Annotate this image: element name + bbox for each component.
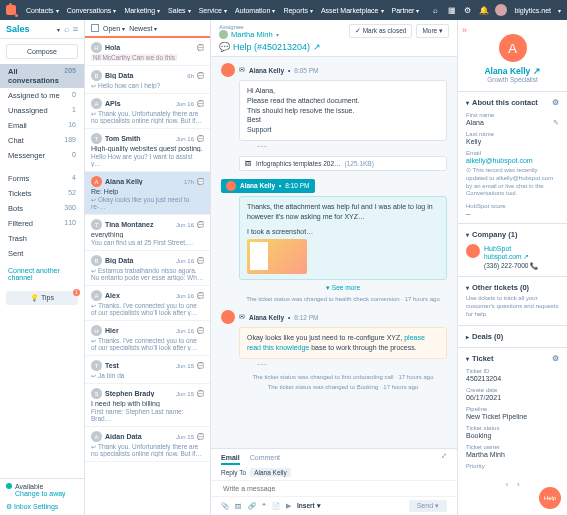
ticket-section-toggle[interactable]: ▾Ticket ⚙ — [466, 354, 559, 363]
sidebar-email[interactable]: Email16 — [0, 118, 84, 133]
prev-ticket[interactable]: ‹ — [505, 480, 508, 489]
conversation-item[interactable]: TTina MontanezJun 16 💬everythingYou can … — [85, 215, 210, 251]
company-site[interactable]: hubspot.com ↗ — [484, 253, 538, 261]
mark-closed-button[interactable]: ✓ Mark as closed — [349, 24, 413, 38]
sidebar-trash[interactable]: Trash — [0, 231, 84, 246]
inbox-settings[interactable]: ⚙ Inbox Settings — [6, 503, 78, 511]
email-link[interactable]: alkelly@hubspot.com — [466, 157, 559, 164]
availability-status[interactable]: Available — [6, 483, 78, 490]
nav-service[interactable]: Service▾ — [199, 7, 227, 14]
search-icon[interactable]: ⌕ — [64, 24, 69, 34]
insert-menu[interactable]: Insert ▾ — [297, 502, 321, 510]
next-ticket[interactable]: › — [517, 480, 520, 489]
compose-tab-email[interactable]: Email — [221, 452, 240, 465]
company-name[interactable]: HubSpot — [484, 245, 538, 252]
conv-avatar: T — [91, 133, 102, 144]
account-domain[interactable]: biglytics.net — [514, 7, 551, 14]
about-section-toggle[interactable]: ▾About this contact ⚙ — [466, 98, 559, 107]
conversation-item[interactable]: BBig Data6h 💬↩Hello how can I help? — [85, 66, 210, 94]
expand-composer-icon[interactable]: ⤢ — [441, 452, 447, 465]
sidebar-bots[interactable]: Bots360 — [0, 201, 84, 216]
sidebar-filtered[interactable]: Filtered110 — [0, 216, 84, 231]
more-button[interactable]: More ▾ — [416, 24, 449, 38]
see-more-link[interactable]: ▾ See more — [239, 284, 447, 292]
change-to-away[interactable]: Change to away — [15, 490, 78, 497]
sidebar-unassigned[interactable]: Unassigned1 — [0, 103, 84, 118]
compose-tab-comment[interactable]: Comment — [250, 452, 280, 465]
sort-newest[interactable]: Newest▾ — [129, 25, 157, 32]
sidebar-tickets[interactable]: Tickets52 — [0, 186, 84, 201]
conv-date: 17h — [184, 179, 194, 185]
conversation-item[interactable]: TTestJun 15 💬↩Ja bin da — [85, 356, 210, 384]
conversation-item[interactable]: HHola 💬Nil McCarthy Can we do this — [85, 38, 210, 66]
sidebar-all-conversations[interactable]: All conversations205 — [0, 64, 84, 88]
help-fab[interactable]: Help — [539, 487, 561, 509]
search-icon[interactable]: ⌕ — [431, 6, 440, 15]
sidebar-assigned[interactable]: Assigned to me0 — [0, 88, 84, 103]
compose-button[interactable]: Compose — [6, 44, 78, 59]
video-tool-icon[interactable]: ▶ — [286, 502, 291, 510]
company-phone[interactable]: (336) 222-7000 📞 — [484, 262, 538, 270]
user-avatar[interactable] — [495, 4, 507, 16]
conversation-item[interactable]: SStephen BradyJun 15 💬I need help with b… — [85, 384, 210, 427]
sidebar-messenger[interactable]: Messenger0 — [0, 148, 84, 163]
snippet-tool-icon[interactable]: ❝ — [262, 502, 266, 510]
conversation-item[interactable]: TTom SmithJun 16 💬High-quality websites … — [85, 129, 210, 172]
send-button[interactable]: Send ▾ — [409, 500, 447, 512]
conv-name: Hier — [105, 327, 173, 334]
top-nav: Contacts▾ Conversations▾ Marketing▾ Sale… — [0, 0, 567, 20]
attach-icon[interactable]: 📎 — [221, 502, 229, 510]
sidebar-chat[interactable]: Chat189 — [0, 133, 84, 148]
nav-automation[interactable]: Automation▾ — [235, 7, 275, 14]
message-menu[interactable]: ⋯ — [257, 359, 447, 370]
select-all-checkbox[interactable] — [91, 24, 99, 32]
message-input[interactable] — [221, 484, 447, 493]
message-menu[interactable]: ⋯ — [257, 141, 447, 152]
conversation-item[interactable]: AAlana Kelly17h 💬Re: Help↩Okay looks lik… — [85, 172, 210, 215]
nav-conversations[interactable]: Conversations▾ — [67, 7, 117, 14]
settings-icon[interactable]: ⚙ — [552, 98, 559, 107]
sidebar-sent[interactable]: Sent — [0, 246, 84, 261]
connect-channel-link[interactable]: Connect another channel — [0, 261, 84, 287]
conversation-item[interactable]: AAidan DataJun 15 💬↩Thank you. Unfortuna… — [85, 427, 210, 462]
contact-name[interactable]: Alana Kelly ↗ — [464, 66, 561, 76]
external-link-icon[interactable]: ↗ — [313, 42, 321, 52]
sidebar-forms[interactable]: Forms4 — [0, 171, 84, 186]
nav-sales[interactable]: Sales▾ — [168, 7, 191, 14]
screenshot-thumb[interactable] — [247, 239, 307, 274]
message-body: Thanks, the attachment was help ful and … — [239, 196, 447, 280]
link-tool-icon[interactable]: 🔗 — [248, 502, 256, 510]
recipient-chip[interactable]: Alana Kelly — [250, 468, 291, 477]
notifications-icon[interactable]: 🔔 — [479, 6, 488, 15]
nav-partner[interactable]: Partner▾ — [392, 7, 420, 14]
nav-reports[interactable]: Reports▾ — [283, 7, 313, 14]
nav-marketing[interactable]: Marketing▾ — [124, 7, 160, 14]
other-tickets-toggle[interactable]: ▾Other tickets (0) — [466, 283, 559, 292]
inbox-selector[interactable]: Sales — [6, 24, 53, 34]
collapse-panel-icon[interactable]: » — [462, 25, 467, 35]
attachment[interactable]: 🖼Infographics templates 202…(125.1KB) — [239, 156, 447, 171]
tips-button[interactable]: 💡 Tips1 — [6, 291, 78, 305]
kb-tool-icon[interactable]: 📄 — [272, 502, 280, 510]
sender-avatar — [221, 63, 235, 77]
conversation-item[interactable]: AAPIsJun 16 💬↩Thank you. Unfortunately t… — [85, 94, 210, 129]
filter-open[interactable]: Open▾ — [103, 25, 125, 32]
chat-icon: 💬 — [197, 292, 204, 299]
conversation-item[interactable]: AAlexJun 16 💬↩Thanks. I've connected you… — [85, 286, 210, 321]
conversation-item[interactable]: HHierJun 16 💬↩Thanks. I've connected you… — [85, 321, 210, 356]
conversation-item[interactable]: BBig DataJun 16 💬↩Estamos trabalhando ni… — [85, 251, 210, 286]
deals-toggle[interactable]: ▸Deals (0) — [466, 332, 559, 341]
image-tool-icon[interactable]: 🖼 — [235, 503, 242, 510]
nav-asset[interactable]: Asset Marketplace▾ — [321, 7, 384, 14]
nav-contacts[interactable]: Contacts▾ — [26, 7, 59, 14]
edit-icon[interactable]: ✎ — [553, 119, 559, 127]
company-section-toggle[interactable]: ▾Company (1) — [466, 230, 559, 239]
conv-date: Jun 16 — [176, 101, 194, 107]
assignee-selector[interactable]: Martha Minh▾ — [219, 30, 349, 39]
settings-icon[interactable]: ⚙ — [552, 354, 559, 363]
marketplace-icon[interactable]: ▦ — [447, 6, 456, 15]
thread-title[interactable]: 💬 Help (#450213204) ↗ — [219, 39, 449, 52]
conv-name: Aidan Data — [105, 433, 173, 440]
filter-icon[interactable]: ≡ — [73, 24, 78, 34]
settings-icon[interactable]: ⚙ — [463, 6, 472, 15]
